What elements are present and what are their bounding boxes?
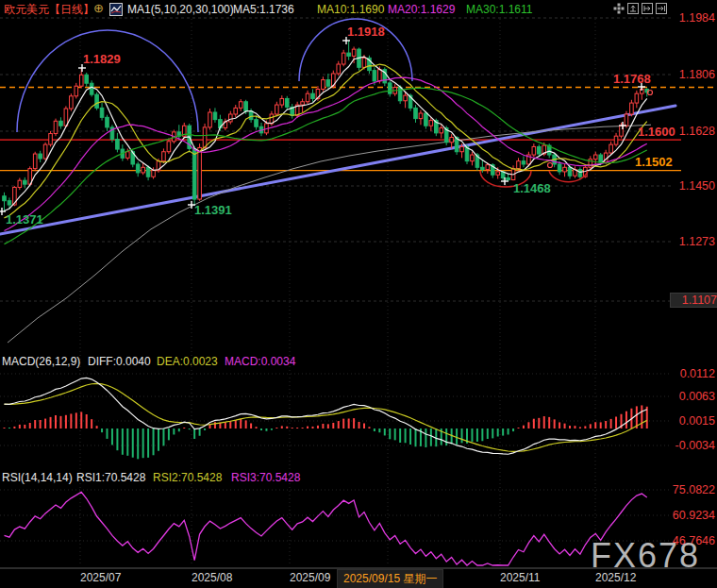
fit-vertical-icon[interactable] xyxy=(627,3,639,14)
macd-dea-value: DEA:0.0023 xyxy=(157,355,218,368)
rsi1-value: RSI1:70.5428 xyxy=(76,471,145,484)
swing-low-label: 1.1371 xyxy=(6,213,43,227)
crosshair-date-label: 2025/09/15 星期一 xyxy=(337,569,443,588)
rsi2-value: RSI2:70.5428 xyxy=(153,471,222,484)
swing-low-label: 1.1468 xyxy=(513,182,551,195)
ma30-value: MA30:1.1611 xyxy=(466,3,533,16)
date-axis-tick: 2025/09 xyxy=(290,571,330,584)
date-axis-tick: 2025/08 xyxy=(192,571,232,584)
ma20-value: MA20:1.1629 xyxy=(388,3,455,16)
fit-horizontal-icon[interactable] xyxy=(642,3,653,14)
ma-settings-label: MA1(5,10,20,30,100) xyxy=(127,3,234,16)
chart-canvas[interactable] xyxy=(0,0,717,588)
rsi-axis-tick: 60.9234 xyxy=(672,509,715,522)
pan-icon[interactable] xyxy=(613,3,625,14)
swing-high-label: 1.1768 xyxy=(613,73,651,86)
price-axis-tick: 1.1450 xyxy=(672,179,715,193)
chart-window: 欧元美元【日线】 ⊕ MA1(5,10,20,30,100) MA5:1.173… xyxy=(0,0,717,588)
macd-title: MACD(26,12,9) xyxy=(2,355,80,368)
swing-low-label: 1.1391 xyxy=(194,204,232,217)
date-axis-tick: 2025/07 xyxy=(80,571,121,584)
macd-axis-tick: -0.0034 xyxy=(672,439,715,452)
swing-high-label: 1.1829 xyxy=(83,53,121,66)
symbol-title: 欧元美元【日线】 xyxy=(4,3,94,16)
price-axis-tick: 1.1984 xyxy=(672,11,715,25)
ma5-value: MA5:1.1736 xyxy=(233,3,294,16)
resistance-level-label: 1.1600 xyxy=(638,126,675,139)
macd-diff-value: DIFF:0.0040 xyxy=(88,355,151,368)
price-axis-tick: 1.1806 xyxy=(672,68,715,81)
macd-axis-tick: 0.0063 xyxy=(672,390,715,403)
macd-axis-tick: 0.0112 xyxy=(672,367,715,380)
rsi-title: RSI(14,14,14) xyxy=(2,471,73,484)
fx678-watermark: FX678 xyxy=(591,536,700,576)
chart-type-icon[interactable] xyxy=(109,3,123,16)
swing-high-label: 1.1918 xyxy=(347,25,385,39)
date-axis-tick: 2025/11 xyxy=(500,571,541,584)
support-level-label: 1.1502 xyxy=(635,156,673,169)
add-overlay-icon[interactable]: ⊕ xyxy=(93,2,104,15)
price-axis-tick: 1.1273 xyxy=(672,235,715,248)
macd-axis-tick: 0.0015 xyxy=(672,414,715,428)
ma10-value: MA10:1.1690 xyxy=(317,3,384,16)
price-axis-tick: 1.1628 xyxy=(672,125,715,138)
crosshair-price-label: 1.1107 xyxy=(670,293,717,308)
macd-hist-value: MACD:0.0034 xyxy=(225,355,295,368)
rsi3-value: RSI3:70.5428 xyxy=(231,471,300,484)
scroll-to-end-icon[interactable] xyxy=(656,3,667,14)
rsi-axis-tick: 75.0822 xyxy=(672,483,715,496)
